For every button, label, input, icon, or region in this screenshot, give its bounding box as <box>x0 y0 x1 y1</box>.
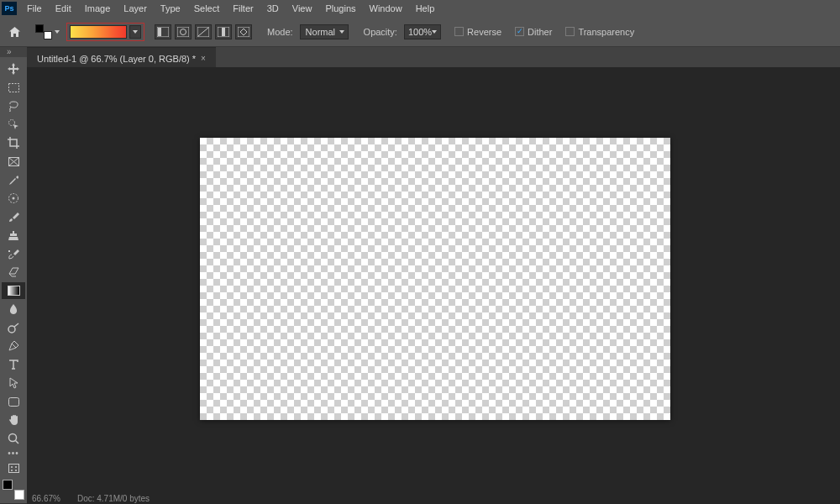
gradient-reflected-button[interactable] <box>215 24 232 39</box>
opacity-value: 100% <box>408 27 432 37</box>
path-select-tool[interactable] <box>2 375 25 391</box>
gradient-preset-dropdown[interactable] <box>129 25 141 39</box>
transparency-checkbox[interactable]: Transparency <box>565 27 634 37</box>
lasso-tool[interactable] <box>2 97 25 114</box>
svg-point-19 <box>11 466 13 468</box>
status-bar: 66.67% Doc: 4.71M/0 bytes <box>27 492 840 504</box>
svg-rect-2 <box>177 27 189 37</box>
dither-label: Dither <box>528 27 552 37</box>
zoom-tool[interactable] <box>2 430 25 447</box>
checkbox-icon <box>565 27 575 36</box>
edit-toolbar-icon[interactable] <box>2 459 25 476</box>
svg-rect-18 <box>8 464 18 472</box>
menu-image[interactable]: Image <box>78 0 118 17</box>
svg-point-15 <box>8 326 15 333</box>
svg-point-22 <box>15 470 17 471</box>
quick-select-tool[interactable] <box>2 116 25 133</box>
gradient-picker[interactable] <box>66 23 144 41</box>
foreground-color[interactable] <box>3 480 13 490</box>
svg-point-17 <box>9 434 17 442</box>
gradient-radial-button[interactable] <box>175 24 192 39</box>
shape-tool[interactable] <box>2 393 25 410</box>
checkbox-icon <box>454 27 464 36</box>
mode-value: Normal <box>306 27 335 37</box>
svg-rect-16 <box>8 397 18 406</box>
history-brush-tool[interactable] <box>2 245 25 262</box>
canvas[interactable] <box>200 138 670 420</box>
tab-strip-handle-icon[interactable]: ›› <box>7 47 11 56</box>
reverse-label: Reverse <box>467 27 501 37</box>
gradient-tool[interactable] <box>2 282 25 299</box>
move-tool[interactable] <box>2 60 25 77</box>
svg-point-3 <box>181 29 186 34</box>
hand-tool[interactable] <box>2 412 25 428</box>
gradient-diamond-button[interactable] <box>235 24 252 39</box>
svg-point-12 <box>13 197 15 200</box>
opacity-field[interactable]: 100% <box>404 24 441 39</box>
frame-tool[interactable] <box>2 153 25 170</box>
crop-tool[interactable] <box>2 134 25 151</box>
svg-rect-6 <box>222 28 225 36</box>
menu-edit[interactable]: Edit <box>49 0 78 17</box>
gradient-linear-button[interactable] <box>155 24 171 39</box>
status-doc-info: Doc: 4.71M/0 bytes <box>77 494 150 503</box>
document-tab-strip: Untitled-1 @ 66.7% (Layer 0, RGB/8) * × <box>0 47 840 69</box>
dither-checkbox[interactable]: Dither <box>515 27 552 37</box>
menu-plugins[interactable]: Plugins <box>318 0 362 17</box>
tool-overflow-icon[interactable]: ••• <box>0 449 27 458</box>
svg-rect-1 <box>158 28 161 36</box>
menu-3d[interactable]: 3D <box>260 0 286 17</box>
chevron-down-icon <box>432 30 437 34</box>
svg-point-11 <box>9 194 18 203</box>
opacity-label: Opacity: <box>364 27 397 37</box>
marquee-tool[interactable] <box>2 79 25 96</box>
transparency-label: Transparency <box>578 27 634 37</box>
gradient-angle-button[interactable] <box>195 24 212 39</box>
menu-window[interactable]: Window <box>363 0 409 17</box>
pen-tool[interactable] <box>2 338 25 354</box>
dodge-tool[interactable] <box>2 319 25 336</box>
document-tab-title: Untitled-1 @ 66.7% (Layer 0, RGB/8) * <box>37 54 196 64</box>
svg-rect-13 <box>8 286 19 296</box>
chevron-down-icon <box>339 30 344 34</box>
document-tab[interactable]: Untitled-1 @ 66.7% (Layer 0, RGB/8) * × <box>27 47 216 69</box>
svg-rect-10 <box>8 157 18 165</box>
close-icon[interactable]: × <box>201 54 206 63</box>
svg-rect-14 <box>8 286 19 295</box>
menu-file[interactable]: File <box>20 0 49 17</box>
eyedropper-tool[interactable] <box>2 171 25 188</box>
menu-select[interactable]: Select <box>187 0 227 17</box>
app-icon: Ps <box>2 2 17 15</box>
gradient-swatch[interactable] <box>70 25 127 39</box>
status-zoom[interactable]: 66.67% <box>32 494 60 503</box>
mode-label: Mode: <box>267 27 293 37</box>
checkbox-icon <box>515 27 524 36</box>
menu-filter[interactable]: Filter <box>226 0 260 17</box>
eraser-tool[interactable] <box>2 264 25 281</box>
spot-heal-tool[interactable] <box>2 190 25 207</box>
blur-tool[interactable] <box>2 301 25 318</box>
menu-layer[interactable]: Layer <box>117 0 154 17</box>
gradient-type-group <box>155 24 252 39</box>
tool-panel: ••• <box>0 57 27 503</box>
fg-bg-swatch[interactable] <box>35 24 60 39</box>
brush-tool[interactable] <box>2 208 25 225</box>
home-icon[interactable] <box>5 23 24 41</box>
menu-view[interactable]: View <box>286 0 319 17</box>
reverse-checkbox[interactable]: Reverse <box>454 27 501 37</box>
svg-point-20 <box>15 466 17 468</box>
svg-point-21 <box>11 470 13 471</box>
type-tool[interactable] <box>2 356 25 373</box>
mini-swatch-icon <box>35 24 52 39</box>
mode-dropdown[interactable]: Normal <box>300 24 349 39</box>
svg-point-9 <box>9 120 15 126</box>
chevron-down-icon <box>55 30 60 34</box>
clone-stamp-tool[interactable] <box>2 227 25 244</box>
background-color[interactable] <box>14 490 24 500</box>
svg-rect-8 <box>8 83 18 92</box>
foreground-background-swatch[interactable] <box>3 480 24 500</box>
menu-type[interactable]: Type <box>154 0 187 17</box>
menu-help[interactable]: Help <box>409 0 442 17</box>
workspace <box>27 67 840 492</box>
menu-bar: Ps File Edit Image Layer Type Select Fil… <box>0 0 840 17</box>
